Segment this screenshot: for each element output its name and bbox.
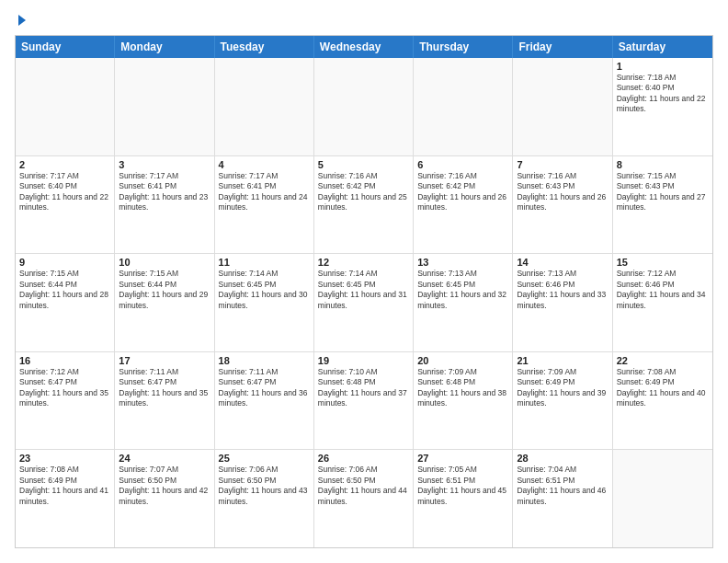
calendar-cell: 21Sunrise: 7:09 AM Sunset: 6:49 PM Dayli…	[513, 352, 612, 450]
header	[15, 15, 713, 26]
day-number: 17	[119, 355, 210, 366]
calendar-cell: 20Sunrise: 7:09 AM Sunset: 6:48 PM Dayli…	[414, 352, 513, 450]
calendar-cell: 16Sunrise: 7:12 AM Sunset: 6:47 PM Dayli…	[16, 352, 115, 450]
day-info: Sunrise: 7:08 AM Sunset: 6:49 PM Dayligh…	[617, 367, 709, 409]
day-number: 27	[417, 453, 508, 464]
calendar-cell	[613, 450, 712, 547]
calendar-cell: 19Sunrise: 7:10 AM Sunset: 6:48 PM Dayli…	[314, 352, 414, 450]
page: SundayMondayTuesdayWednesdayThursdayFrid…	[0, 0, 728, 563]
day-info: Sunrise: 7:09 AM Sunset: 6:49 PM Dayligh…	[517, 367, 608, 409]
day-info: Sunrise: 7:16 AM Sunset: 6:42 PM Dayligh…	[318, 171, 409, 213]
calendar-cell	[414, 58, 513, 155]
day-number: 5	[318, 159, 409, 170]
logo-blue	[15, 15, 26, 26]
calendar-cell	[314, 58, 414, 155]
calendar-cell: 2Sunrise: 7:17 AM Sunset: 6:40 PM Daylig…	[16, 156, 115, 254]
day-info: Sunrise: 7:10 AM Sunset: 6:48 PM Dayligh…	[318, 367, 409, 409]
calendar-cell: 23Sunrise: 7:08 AM Sunset: 6:49 PM Dayli…	[16, 450, 115, 547]
day-number: 8	[617, 159, 709, 170]
calendar-cell: 15Sunrise: 7:12 AM Sunset: 6:46 PM Dayli…	[613, 254, 712, 351]
calendar-cell: 1Sunrise: 7:18 AM Sunset: 6:40 PM Daylig…	[613, 58, 712, 155]
day-number: 26	[318, 453, 409, 464]
day-info: Sunrise: 7:11 AM Sunset: 6:47 PM Dayligh…	[119, 367, 210, 409]
day-info: Sunrise: 7:09 AM Sunset: 6:48 PM Dayligh…	[417, 367, 508, 409]
day-number: 28	[517, 453, 608, 464]
calendar-cell: 25Sunrise: 7:06 AM Sunset: 6:50 PM Dayli…	[215, 450, 314, 547]
calendar-cell: 14Sunrise: 7:13 AM Sunset: 6:46 PM Dayli…	[513, 254, 612, 351]
day-number: 20	[417, 355, 508, 366]
day-number: 1	[617, 61, 709, 72]
day-number: 13	[417, 257, 508, 268]
calendar-cell	[115, 58, 214, 155]
day-info: Sunrise: 7:07 AM Sunset: 6:50 PM Dayligh…	[119, 465, 210, 507]
calendar-cell	[215, 58, 314, 155]
day-info: Sunrise: 7:16 AM Sunset: 6:42 PM Dayligh…	[417, 171, 508, 213]
day-number: 24	[119, 453, 210, 464]
day-info: Sunrise: 7:12 AM Sunset: 6:47 PM Dayligh…	[19, 367, 110, 409]
calendar-cell: 7Sunrise: 7:16 AM Sunset: 6:43 PM Daylig…	[513, 156, 612, 254]
day-info: Sunrise: 7:16 AM Sunset: 6:43 PM Dayligh…	[517, 171, 608, 213]
calendar-cell: 22Sunrise: 7:08 AM Sunset: 6:49 PM Dayli…	[613, 352, 712, 450]
day-number: 16	[19, 355, 110, 366]
day-number: 25	[219, 453, 310, 464]
logo-arrow-icon	[18, 15, 26, 26]
day-info: Sunrise: 7:06 AM Sunset: 6:50 PM Dayligh…	[219, 465, 310, 507]
day-number: 9	[19, 257, 110, 268]
day-info: Sunrise: 7:05 AM Sunset: 6:51 PM Dayligh…	[417, 465, 508, 507]
day-number: 21	[517, 355, 608, 366]
calendar-header-day: Monday	[115, 36, 214, 58]
calendar-header-day: Sunday	[16, 36, 115, 58]
calendar-cell: 27Sunrise: 7:05 AM Sunset: 6:51 PM Dayli…	[414, 450, 513, 547]
calendar-week-row: 2Sunrise: 7:17 AM Sunset: 6:40 PM Daylig…	[16, 156, 712, 255]
day-number: 2	[19, 159, 110, 170]
day-number: 23	[19, 453, 110, 464]
day-info: Sunrise: 7:06 AM Sunset: 6:50 PM Dayligh…	[318, 465, 409, 507]
day-info: Sunrise: 7:04 AM Sunset: 6:51 PM Dayligh…	[517, 465, 608, 507]
calendar-body: 1Sunrise: 7:18 AM Sunset: 6:40 PM Daylig…	[16, 58, 712, 547]
calendar-header-day: Wednesday	[314, 36, 414, 58]
calendar-header-day: Friday	[513, 36, 612, 58]
day-info: Sunrise: 7:15 AM Sunset: 6:44 PM Dayligh…	[119, 269, 210, 311]
day-info: Sunrise: 7:13 AM Sunset: 6:45 PM Dayligh…	[417, 269, 508, 311]
calendar-week-row: 1Sunrise: 7:18 AM Sunset: 6:40 PM Daylig…	[16, 58, 712, 156]
calendar-cell: 12Sunrise: 7:14 AM Sunset: 6:45 PM Dayli…	[314, 254, 414, 351]
calendar-week-row: 23Sunrise: 7:08 AM Sunset: 6:49 PM Dayli…	[16, 450, 712, 547]
day-info: Sunrise: 7:15 AM Sunset: 6:44 PM Dayligh…	[19, 269, 110, 311]
day-info: Sunrise: 7:08 AM Sunset: 6:49 PM Dayligh…	[19, 465, 110, 507]
day-info: Sunrise: 7:17 AM Sunset: 6:41 PM Dayligh…	[119, 171, 210, 213]
calendar-cell: 24Sunrise: 7:07 AM Sunset: 6:50 PM Dayli…	[115, 450, 214, 547]
day-info: Sunrise: 7:14 AM Sunset: 6:45 PM Dayligh…	[318, 269, 409, 311]
day-number: 14	[517, 257, 608, 268]
calendar-cell: 17Sunrise: 7:11 AM Sunset: 6:47 PM Dayli…	[115, 352, 214, 450]
calendar: SundayMondayTuesdayWednesdayThursdayFrid…	[15, 35, 713, 548]
day-info: Sunrise: 7:11 AM Sunset: 6:47 PM Dayligh…	[219, 367, 310, 409]
calendar-cell: 26Sunrise: 7:06 AM Sunset: 6:50 PM Dayli…	[314, 450, 414, 547]
calendar-cell: 8Sunrise: 7:15 AM Sunset: 6:43 PM Daylig…	[613, 156, 712, 254]
day-number: 18	[219, 355, 310, 366]
calendar-cell: 3Sunrise: 7:17 AM Sunset: 6:41 PM Daylig…	[115, 156, 214, 254]
calendar-cell: 28Sunrise: 7:04 AM Sunset: 6:51 PM Dayli…	[513, 450, 612, 547]
day-info: Sunrise: 7:12 AM Sunset: 6:46 PM Dayligh…	[617, 269, 709, 311]
day-info: Sunrise: 7:13 AM Sunset: 6:46 PM Dayligh…	[517, 269, 608, 311]
calendar-cell: 10Sunrise: 7:15 AM Sunset: 6:44 PM Dayli…	[115, 254, 214, 351]
logo	[15, 15, 26, 26]
calendar-cell: 18Sunrise: 7:11 AM Sunset: 6:47 PM Dayli…	[215, 352, 314, 450]
calendar-week-row: 9Sunrise: 7:15 AM Sunset: 6:44 PM Daylig…	[16, 254, 712, 352]
day-number: 15	[617, 257, 709, 268]
day-number: 3	[119, 159, 210, 170]
day-number: 4	[219, 159, 310, 170]
day-info: Sunrise: 7:17 AM Sunset: 6:40 PM Dayligh…	[19, 171, 110, 213]
day-number: 11	[219, 257, 310, 268]
calendar-cell: 9Sunrise: 7:15 AM Sunset: 6:44 PM Daylig…	[16, 254, 115, 351]
day-info: Sunrise: 7:17 AM Sunset: 6:41 PM Dayligh…	[219, 171, 310, 213]
day-number: 22	[617, 355, 709, 366]
calendar-cell: 4Sunrise: 7:17 AM Sunset: 6:41 PM Daylig…	[215, 156, 314, 254]
calendar-header-day: Thursday	[414, 36, 513, 58]
day-number: 12	[318, 257, 409, 268]
calendar-cell: 5Sunrise: 7:16 AM Sunset: 6:42 PM Daylig…	[314, 156, 414, 254]
calendar-cell: 11Sunrise: 7:14 AM Sunset: 6:45 PM Dayli…	[215, 254, 314, 351]
calendar-cell: 13Sunrise: 7:13 AM Sunset: 6:45 PM Dayli…	[414, 254, 513, 351]
calendar-cell	[16, 58, 115, 155]
calendar-cell: 6Sunrise: 7:16 AM Sunset: 6:42 PM Daylig…	[414, 156, 513, 254]
calendar-header-day: Saturday	[613, 36, 712, 58]
